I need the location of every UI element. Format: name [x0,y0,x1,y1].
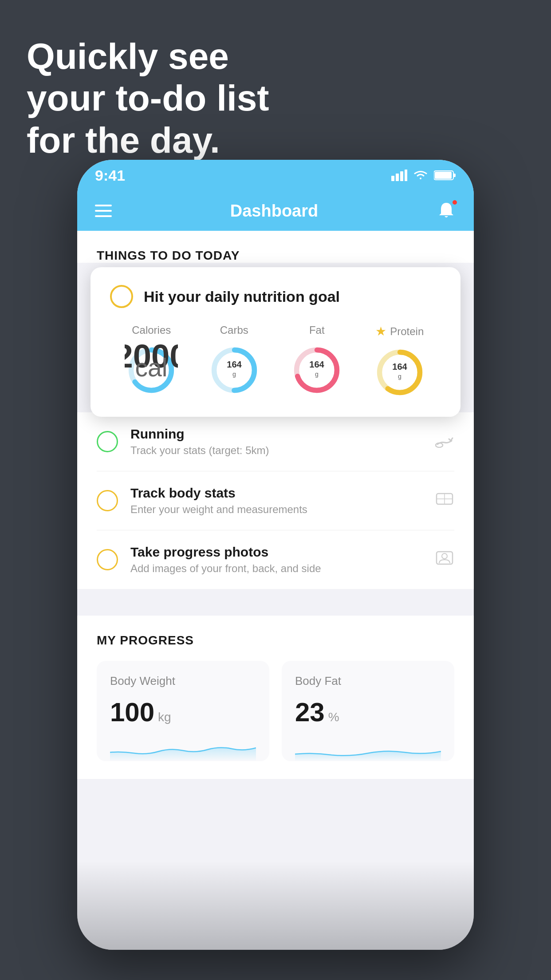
svg-rect-2 [400,171,403,181]
notification-badge [452,199,458,205]
svg-text:g: g [398,373,401,380]
running-text: Running Track your stats (target: 5km) [130,427,422,457]
protein-label: ★ Protein [375,324,424,339]
svg-point-20 [379,352,420,393]
svg-point-12 [214,350,254,391]
protein-donut: 164 g [373,346,426,399]
body-stats-status-circle [97,490,118,511]
body-stats-title: Track body stats [130,486,422,501]
bottom-shadow [77,861,474,950]
progress-cards-container: Body Weight 100 kg [97,661,454,761]
running-icon [435,432,454,452]
progress-photos-text: Take progress photos Add images of your … [130,545,422,575]
my-progress-title: MY PROGRESS [97,633,454,648]
nutrition-circles-container: Calories 2000 cal Carbs 164 g [110,324,441,399]
svg-point-16 [297,350,337,391]
star-icon: ★ [375,324,386,339]
signal-icon [391,170,407,181]
body-weight-chart [110,735,256,761]
fat-item: Fat 164 g [290,324,343,397]
svg-text:164: 164 [392,362,407,371]
body-fat-value: 23 % [295,697,441,727]
fat-donut: 164 g [290,344,343,397]
todo-item-running[interactable]: Running Track your stats (target: 5km) [97,412,454,471]
svg-rect-6 [435,172,452,179]
svg-point-28 [442,553,447,559]
progress-photos-status-circle [97,549,118,570]
phone-mockup: 9:41 [77,160,474,950]
body-weight-value: 100 kg [110,697,256,727]
svg-rect-3 [405,170,407,181]
carbs-item: Carbs 164 g [208,324,261,397]
svg-rect-5 [453,174,456,177]
nav-title: Dashboard [230,202,318,221]
status-time: 9:41 [95,167,125,184]
running-subtitle: Track your stats (target: 5km) [130,444,422,457]
status-bar: 9:41 [77,160,474,191]
nutrition-card-title: Hit your daily nutrition goal [144,288,340,305]
body-fat-card-title: Body Fat [295,674,441,688]
body-stats-subtitle: Enter your weight and measurements [130,503,422,516]
progress-photos-subtitle: Add images of your front, back, and side [130,562,422,575]
body-weight-card-title: Body Weight [110,674,256,688]
svg-rect-0 [391,176,394,181]
calories-label: Calories [132,324,171,336]
calories-donut: 2000 cal [125,344,178,397]
person-icon [435,550,454,570]
body-stats-text: Track body stats Enter your weight and m… [130,486,422,516]
carbs-label: Carbs [220,324,248,336]
calories-item: Calories 2000 cal [125,324,178,397]
todo-item-progress-photos[interactable]: Take progress photos Add images of your … [97,530,454,589]
svg-text:164: 164 [227,360,242,369]
running-title: Running [130,427,422,442]
notifications-button[interactable] [437,201,456,221]
svg-text:cal: cal [135,353,168,382]
menu-button[interactable] [95,205,112,217]
status-icons [391,170,456,181]
svg-text:g: g [315,371,319,378]
hero-headline: Quickly see your to-do list for the day. [27,36,269,161]
battery-icon [434,170,456,181]
running-status-circle [97,431,118,452]
wifi-icon [413,170,429,181]
todo-item-body-stats[interactable]: Track body stats Enter your weight and m… [97,471,454,530]
svg-text:164: 164 [310,360,325,369]
scale-icon [435,491,454,511]
things-to-do-title: THINGS TO DO TODAY [97,249,454,263]
task-status-circle [110,285,133,308]
progress-photos-title: Take progress photos [130,545,422,560]
body-weight-card[interactable]: Body Weight 100 kg [97,661,269,761]
nav-bar: Dashboard [77,191,474,231]
today-section-header: THINGS TO DO TODAY [77,231,474,263]
body-fat-chart [295,735,441,761]
nutrition-goal-card[interactable]: Hit your daily nutrition goal Calories 2… [91,267,460,417]
my-progress-section: MY PROGRESS Body Weight 100 kg [77,616,474,779]
card-header: Hit your daily nutrition goal [110,285,441,308]
svg-rect-1 [396,174,399,181]
todo-list: Running Track your stats (target: 5km) T… [77,412,474,589]
fat-label: Fat [309,324,325,336]
carbs-donut: 164 g [208,344,261,397]
body-fat-card[interactable]: Body Fat 23 % [282,661,454,761]
protein-item: ★ Protein 164 g [373,324,426,399]
svg-text:g: g [232,371,236,378]
